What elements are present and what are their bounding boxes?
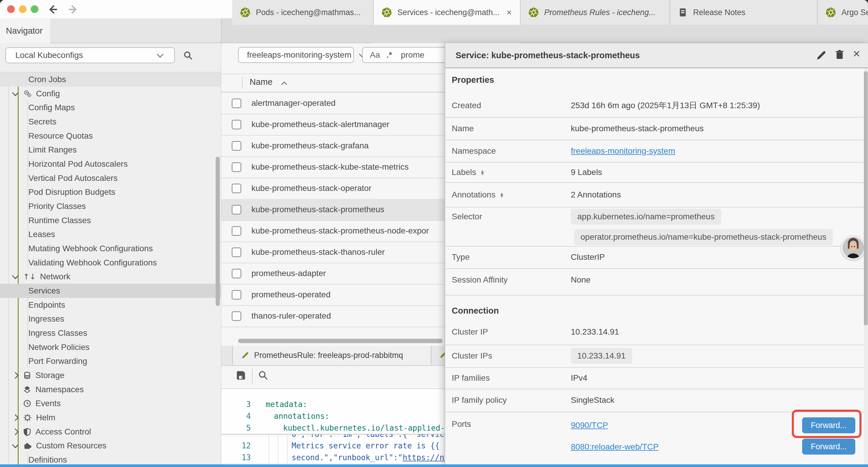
sidebar-item-secrets[interactable]: Secrets — [0, 115, 221, 129]
sidebar-item-label: Leases — [28, 230, 55, 239]
table-row[interactable]: kube-prometheus-stack-thanos-ruler — [221, 241, 445, 263]
maximize-traffic-light[interactable] — [31, 5, 38, 13]
sidebar-item-port-forwarding[interactable]: Port Forwarding — [0, 354, 221, 368]
row-checkbox[interactable] — [231, 205, 241, 214]
table-row[interactable]: kube-prometheus-stack-alertmanager — [221, 114, 445, 136]
expand-collapse-icon[interactable]: ▲▼ — [500, 192, 504, 198]
back-arrow-icon[interactable] — [47, 4, 59, 16]
sidebar-item-validating-webhook-configurations[interactable]: Validating Webhook Configurations — [0, 256, 221, 270]
close-panel-icon[interactable]: × — [853, 47, 860, 61]
editor-tab[interactable]: PrometheusRule: freeleaps-prod-rabbitmq — [232, 346, 431, 365]
sidebar-item-namespaces[interactable]: Namespaces — [0, 382, 221, 397]
table-row[interactable]: kube-prometheus-stack-grafana — [221, 135, 445, 157]
tab-release-notes[interactable]: Release Notes — [670, 0, 818, 25]
row-checkbox[interactable] — [231, 269, 241, 279]
row-checkbox[interactable] — [231, 247, 241, 257]
sidebar-item-network[interactable]: ↑↓Network — [0, 269, 221, 284]
chevron-down-icon — [12, 442, 19, 448]
port-link-8080[interactable]: 8080:reloader-web/TCP — [571, 441, 658, 453]
sort-ascending-icon[interactable] — [280, 80, 288, 87]
regex-icon[interactable]: .* — [386, 50, 392, 60]
yaml-editor[interactable]: 3 metadata: 4 annotations: 5 kubectl.kub… — [221, 389, 445, 467]
sidebar-item-runtime-classes[interactable]: Runtime Classes — [0, 213, 221, 228]
row-checkbox[interactable] — [231, 141, 241, 151]
kubeconfig-select[interactable]: Local Kubeconfigs — [5, 47, 175, 63]
table-row[interactable]: kube-prometheus-stack-operator — [221, 178, 445, 200]
sidebar-item-horizontal-pod-autoscalers[interactable]: Horizontal Pod Autoscalers — [0, 157, 221, 171]
delete-trash-icon[interactable] — [834, 49, 845, 60]
sidebar-item-pod-disruption-budgets[interactable]: Pod Disruption Budgets — [0, 185, 221, 199]
sidebar-item-leases[interactable]: Leases — [0, 227, 221, 241]
horizontal-scrollbar[interactable] — [238, 339, 442, 343]
editor-search-icon[interactable] — [257, 370, 269, 381]
sidebar-item-label: Runtime Classes — [28, 216, 91, 225]
expand-collapse-icon[interactable]: ▲▼ — [480, 170, 485, 175]
sidebar-item-vertical-pod-autoscalers[interactable]: Vertical Pod Autoscalers — [0, 171, 221, 185]
table-row-selected[interactable]: kube-prometheus-stack-prometheus — [221, 199, 445, 221]
sidebar-item-ingresses[interactable]: Ingresses — [0, 312, 221, 326]
row-checkbox[interactable] — [231, 226, 241, 236]
sidebar-item-access-control[interactable]: Access Control — [0, 425, 221, 439]
sidebar-item-endpoints[interactable]: Endpoints — [0, 298, 221, 312]
row-checkbox[interactable] — [231, 290, 241, 300]
tab-services[interactable]: Services - icecheng@math... × — [374, 0, 521, 25]
scrollbar-thumb[interactable] — [864, 71, 868, 325]
line-number: 13 — [221, 451, 251, 463]
match-case-icon[interactable]: Aa — [370, 50, 380, 60]
sidebar-item-priority-classes[interactable]: Priority Classes — [0, 199, 221, 213]
row-checkbox[interactable] — [231, 120, 241, 129]
tab-argo[interactable]: Argo Se — [818, 0, 868, 25]
save-icon[interactable] — [235, 370, 247, 381]
table-row[interactable]: prometheus-adapter — [221, 263, 445, 285]
row-checkbox[interactable] — [231, 311, 241, 321]
row-checkbox[interactable] — [231, 183, 241, 193]
row-checkbox[interactable] — [231, 162, 241, 172]
sidebar-item-custom-resources[interactable]: Custom Resources — [0, 439, 221, 453]
sidebar-item-storage[interactable]: Storage — [0, 368, 221, 382]
sidebar-item-limit-ranges[interactable]: Limit Ranges — [0, 143, 221, 157]
sidebar-item-resource-quotas[interactable]: Resource Quotas — [0, 129, 221, 143]
close-traffic-light[interactable] — [7, 5, 15, 13]
sidebar-item-config-maps[interactable]: Config Maps — [0, 100, 221, 115]
port-link-9090[interactable]: 9090/TCP — [571, 419, 608, 431]
avatar[interactable] — [841, 236, 865, 260]
table-header[interactable]: Name — [221, 74, 445, 92]
divider — [445, 67, 868, 68]
forward-button-8080[interactable]: Forward... — [802, 439, 855, 455]
row-checkbox[interactable] — [231, 98, 241, 108]
table-row[interactable]: kube-prometheus-stack-kube-state-metrics — [221, 156, 445, 178]
tab-navigator[interactable]: Navigator — [0, 18, 50, 43]
table-row[interactable]: prometheus-operated — [221, 284, 445, 306]
forward-arrow-icon[interactable] — [67, 4, 79, 16]
sidebar-item-helm[interactable]: Helm — [0, 411, 221, 425]
tab-prometheus-rules[interactable]: Prometheus Rules - icecheng... — [521, 0, 670, 25]
puzzle-icon — [23, 441, 32, 450]
annotations-count[interactable]: 2 Annotations — [571, 189, 621, 201]
sidebar-item-events[interactable]: Events — [0, 396, 221, 411]
services-list-panel: freeleaps-monitoring-system Aa .* prome … — [221, 43, 445, 467]
sidebar-item-mutating-webhook-configurations[interactable]: Mutating Webhook Configurations — [0, 241, 221, 256]
tab-pods[interactable]: Pods - icecheng@mathmas... — [232, 0, 374, 25]
labels-count[interactable]: 9 Labels — [571, 167, 602, 178]
close-tab-icon[interactable]: × — [506, 7, 512, 18]
divider — [445, 367, 865, 368]
sidebar-item-label: Secrets — [28, 117, 56, 126]
edit-pencil-icon[interactable] — [816, 50, 827, 61]
minimize-traffic-light[interactable] — [19, 5, 27, 13]
column-header-name[interactable]: Name — [250, 77, 272, 87]
sidebar-item-network-policies[interactable]: Network Policies — [0, 340, 221, 354]
sidebar-item-config[interactable]: Config — [0, 87, 221, 101]
table-row[interactable]: alertmanager-operated — [221, 92, 445, 114]
table-row[interactable]: thanos-ruler-operated — [221, 305, 445, 327]
runbook-url-link[interactable]: https://net — [403, 453, 445, 462]
search-icon[interactable] — [183, 50, 194, 61]
detail-header: Service: kube-prometheus-stack-prometheu… — [445, 43, 868, 67]
table-row[interactable]: kube-prometheus-stack-prometheus-node-ex… — [221, 220, 445, 242]
sidebar-item-ingress-classes[interactable]: Ingress Classes — [0, 326, 221, 340]
namespace-select[interactable]: freeleaps-monitoring-system — [238, 47, 354, 63]
sidebar-item-services[interactable]: Services — [0, 284, 221, 298]
sidebar-item-cron-jobs[interactable]: Cron Jobs — [0, 72, 221, 87]
filter-input[interactable]: Aa .* prome — [362, 47, 445, 63]
sidebar-scrollbar-thumb[interactable] — [216, 157, 220, 306]
namespace-link[interactable]: freeleaps-monitoring-system — [571, 145, 675, 157]
